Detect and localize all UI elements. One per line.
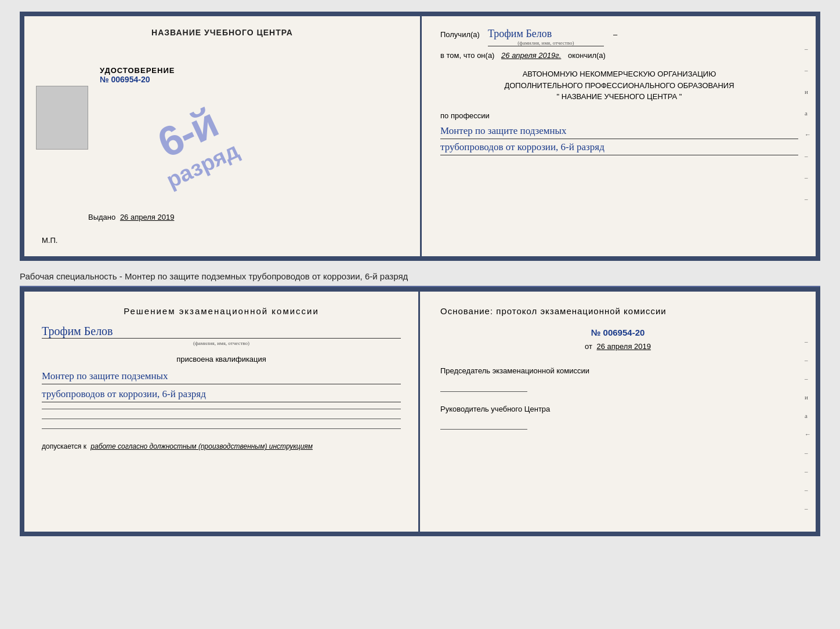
- basis-label: Основание: протокол экзаменационной коми…: [440, 306, 795, 316]
- org-block: АВТОНОМНУЮ НЕКОММЕРЧЕСКУЮ ОРГАНИЗАЦИЮ ДО…: [440, 68, 798, 103]
- date-value: 26 апреля 2019г.: [501, 51, 561, 60]
- profession-label: по профессии: [440, 111, 798, 120]
- commission-title: Решением экзаменационной комиссии: [42, 306, 401, 316]
- profession-line1: Монтер по защите подземных: [440, 123, 798, 139]
- recipient-name-text: Трофим Белов: [488, 28, 552, 39]
- qualification-label: присвоена квалификация: [42, 355, 401, 363]
- protocol-date-value: 26 апреля 2019: [597, 342, 651, 351]
- admission-italic: работе согласно должностным (производств…: [90, 442, 313, 450]
- cert-number: № 006954-20: [100, 75, 403, 84]
- bottom-right-side-marks: – – – и а ← – – – –: [805, 338, 811, 512]
- blank-line-2: [42, 419, 401, 419]
- date-line: в том, что он(а) 26 апреля 2019г. окончи…: [440, 51, 798, 60]
- cert-training-center-header: НАЗВАНИЕ УЧЕБНОГО ЦЕНТРА: [42, 28, 403, 37]
- protocol-date-prefix: от: [585, 342, 592, 351]
- org-line1: АВТОНОМНУЮ НЕКОММЕРЧЕСКУЮ ОРГАНИЗАЦИЮ: [440, 68, 798, 80]
- bottom-right-panel: Основание: протокол экзаменационной коми…: [420, 292, 816, 532]
- chairman-block: Председатель экзаменационной комиссии: [440, 365, 795, 392]
- certificate-document: НАЗВАНИЕ УЧЕБНОГО ЦЕНТРА УДОСТОВЕРЕНИЕ №…: [20, 12, 820, 261]
- org-line2: ДОПОЛНИТЕЛЬНОГО ПРОФЕССИОНАЛЬНОГО ОБРАЗО…: [440, 80, 798, 92]
- protocol-number: № 006954-20: [440, 328, 795, 337]
- received-label: Получил(а): [440, 30, 480, 39]
- cert-title-block: УДОСТОВЕРЕНИЕ № 006954-20: [100, 66, 403, 84]
- date-prefix: в том, что он(а): [440, 51, 494, 60]
- issued-date-value: 26 апреля 2019: [120, 213, 175, 221]
- issued-label: Выдано: [88, 213, 115, 221]
- qualification-document: Решением экзаменационной комиссии Трофим…: [20, 287, 820, 536]
- cert-title: УДОСТОВЕРЕНИЕ: [100, 66, 403, 75]
- date-suffix: окончил(а): [568, 51, 606, 60]
- profession-line2: трубопроводов от коррозии, 6-й разряд: [440, 139, 798, 155]
- dash-top: –: [613, 30, 617, 39]
- right-side-marks: – – и а ← – – –: [805, 45, 811, 202]
- bottom-left-panel: Решением экзаменационной комиссии Трофим…: [24, 292, 420, 532]
- cert-stamp: 6-й разряд: [69, 20, 316, 261]
- qualification-line1: Монтер по защите подземных: [42, 368, 401, 384]
- stamp-rank-word: разряд: [162, 138, 242, 193]
- chairman-signature-line: [440, 391, 527, 392]
- issued-date-block: Выдано 26 апреля 2019: [88, 213, 174, 221]
- fio-label-top: (фамилия, имя, отчество): [488, 40, 604, 46]
- admission-text: допускается к работе согласно должностны…: [42, 442, 401, 450]
- fio-label-bottom: (фамилия, имя, отчество): [42, 340, 401, 346]
- head-block: Руководитель учебного Центра: [440, 403, 795, 430]
- recipient-name: Трофим Белов (фамилия, имя, отчество): [488, 28, 604, 46]
- head-signature-line: [440, 429, 527, 430]
- photo-placeholder: [36, 86, 88, 150]
- cert-left-panel: НАЗВАНИЕ УЧЕБНОГО ЦЕНТРА УДОСТОВЕРЕНИЕ №…: [24, 16, 420, 256]
- chairman-title: Председатель экзаменационной комиссии: [440, 365, 795, 377]
- head-title: Руководитель учебного Центра: [440, 403, 795, 415]
- stamp-inner: 6-й разряд: [142, 94, 242, 192]
- specialty-separator: Рабочая специальность - Монтер по защите…: [20, 267, 820, 287]
- cert-right-panel: Получил(а) Трофим Белов (фамилия, имя, о…: [420, 16, 816, 256]
- recipient-line: Получил(а) Трофим Белов (фамилия, имя, о…: [440, 28, 798, 46]
- protocol-date: от 26 апреля 2019: [440, 342, 795, 351]
- qualification-line2: трубопроводов от коррозии, 6-й разряд: [42, 386, 401, 402]
- org-line3: " НАЗВАНИЕ УЧЕБНОГО ЦЕНТРА ": [440, 91, 798, 103]
- admission-prefix: допускается к: [42, 442, 86, 450]
- person-name-bottom: Трофим Белов: [42, 325, 401, 339]
- mp-stamp-label: М.П.: [42, 236, 57, 245]
- stamp-rank-number: 6-й: [150, 99, 224, 167]
- blank-line-1: [42, 409, 401, 409]
- blank-line-3: [42, 428, 401, 429]
